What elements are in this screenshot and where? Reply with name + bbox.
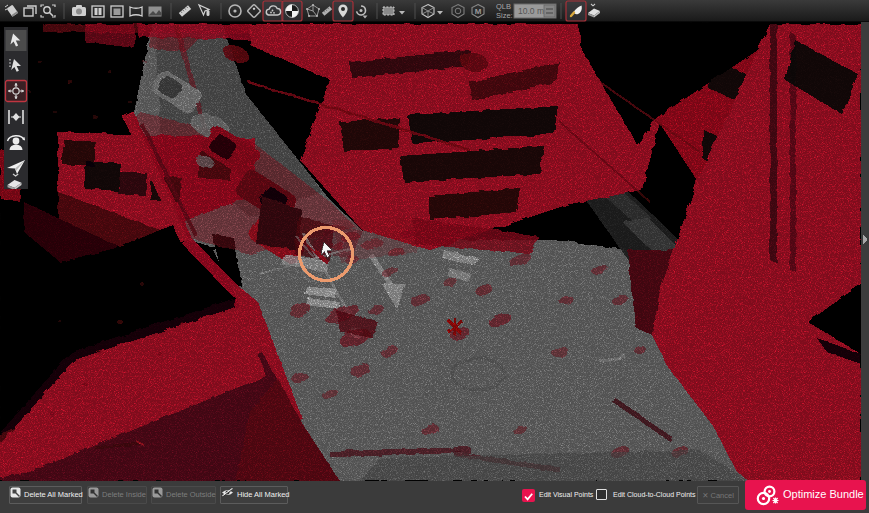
svg-text:Size:: Size: <box>496 11 513 20</box>
svg-text:M: M <box>475 7 482 16</box>
svg-text:10.0 m: 10.0 m <box>518 6 544 16</box>
svg-text:QLB: QLB <box>496 2 511 11</box>
